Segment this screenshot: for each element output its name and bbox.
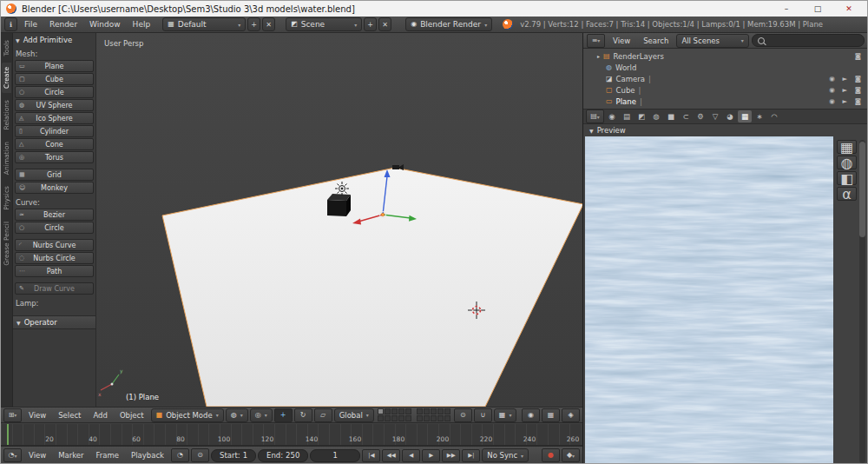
manipulator-translate-button[interactable]: + bbox=[274, 408, 293, 422]
menu-add[interactable]: Add bbox=[88, 411, 112, 420]
properties-scrollbar[interactable] bbox=[859, 140, 865, 463]
render-engine-dropdown[interactable]: ◉ Blender Render ▾ bbox=[405, 17, 492, 31]
add-plane-button[interactable]: ▭Plane bbox=[15, 60, 94, 72]
menu-render[interactable]: Render bbox=[44, 20, 82, 29]
preview-both-button[interactable]: ◧ bbox=[837, 171, 857, 185]
add-curve-circle-button[interactable]: ○Circle bbox=[15, 222, 94, 234]
add-monkey-button[interactable]: ☺Monkey bbox=[15, 182, 94, 194]
current-frame-field[interactable]: 1 bbox=[310, 449, 360, 462]
manipulator-rotate-button[interactable]: ↻ bbox=[294, 408, 312, 422]
shading-dropdown[interactable]: ◍▾ bbox=[226, 408, 248, 422]
operator-panel-header[interactable]: ▼ Operator bbox=[13, 315, 95, 329]
tab-render[interactable]: ◉ bbox=[605, 110, 619, 123]
outliner-search-field[interactable] bbox=[752, 34, 865, 47]
keying-set-button[interactable]: ◆▾ bbox=[562, 448, 580, 462]
tab-modifiers[interactable]: ⚙ bbox=[694, 110, 707, 123]
tab-physics[interactable]: Physics bbox=[2, 182, 11, 215]
add-primitive-panel-header[interactable]: ▼ Add Primitive bbox=[13, 33, 95, 46]
menu-marker[interactable]: Marker bbox=[53, 451, 89, 460]
use-preview-range-button[interactable]: ◔ bbox=[171, 448, 189, 462]
add-grid-button[interactable]: ▦Grid bbox=[15, 169, 94, 181]
selectability-arrow-icon[interactable]: ► bbox=[840, 75, 850, 83]
menu-file[interactable]: File bbox=[19, 20, 43, 29]
menu-help[interactable]: Help bbox=[128, 20, 156, 29]
tab-render-layers[interactable]: ▤ bbox=[620, 110, 634, 123]
snap-toggle-button[interactable]: ∪ bbox=[474, 408, 492, 422]
record-button[interactable]: ● bbox=[542, 448, 560, 462]
visibility-eye-icon[interactable]: ◉ bbox=[827, 97, 837, 105]
outliner-row-camera[interactable]: ◪ Camera | ◉ ► ◙ bbox=[583, 73, 868, 84]
tab-physics[interactable]: ◠ bbox=[767, 110, 781, 123]
add-nurbs-circle-button[interactable]: ◌Nurbs Circle bbox=[15, 252, 94, 264]
add-uv-sphere-button[interactable]: ◍UV Sphere bbox=[15, 99, 94, 111]
tab-relations[interactable]: Relations bbox=[2, 96, 11, 134]
restrict-render-icon[interactable]: ◙ bbox=[853, 52, 863, 60]
menu-frame[interactable]: Frame bbox=[91, 451, 124, 460]
render-options-button[interactable]: ◈ bbox=[562, 408, 580, 422]
restrict-render-icon[interactable]: ◙ bbox=[853, 97, 863, 105]
restrict-render-icon[interactable]: ◙ bbox=[853, 75, 863, 83]
show-alpha-button[interactable]: α bbox=[837, 187, 857, 201]
tab-grease-pencil[interactable]: Grease Pencil bbox=[2, 217, 11, 270]
manipulator-scale-button[interactable]: ▱ bbox=[314, 408, 332, 422]
add-cube-button[interactable]: ▢Cube bbox=[15, 73, 94, 85]
menu-window[interactable]: Window bbox=[84, 20, 126, 29]
tab-tools[interactable]: Tools bbox=[2, 36, 11, 60]
layers-grid-right[interactable] bbox=[417, 408, 450, 421]
opengl-render-anim-button[interactable]: ▦ bbox=[542, 408, 560, 422]
scrollbar-thumb[interactable] bbox=[859, 142, 865, 237]
preview-panel-header[interactable]: ▼ Preview bbox=[583, 124, 868, 136]
add-nurbs-curve-button[interactable]: ◜Nurbs Curve bbox=[15, 239, 94, 251]
display-mode-dropdown[interactable]: All Scenes▾ bbox=[676, 34, 748, 48]
add-bezier-button[interactable]: ≈Bezier bbox=[15, 209, 94, 221]
maximize-button[interactable]: □ bbox=[805, 1, 831, 17]
lock-time-button[interactable]: ⊙ bbox=[191, 448, 209, 462]
current-frame-playhead[interactable] bbox=[7, 424, 9, 445]
preview-material-button[interactable]: ◍ bbox=[837, 156, 857, 169]
menu-playback[interactable]: Playback bbox=[126, 451, 169, 460]
add-cylinder-button[interactable]: ▯Cylinder bbox=[15, 125, 94, 137]
jump-to-start-button[interactable]: |◀ bbox=[362, 449, 380, 462]
tab-object[interactable]: ■ bbox=[664, 110, 678, 123]
plane-object[interactable] bbox=[162, 168, 582, 407]
preview-texture-button[interactable]: ▦ bbox=[837, 140, 857, 154]
jump-to-end-button[interactable]: ▶| bbox=[462, 449, 480, 462]
add-screen-layout-button[interactable]: + bbox=[247, 17, 260, 31]
add-scene-button[interactable]: + bbox=[364, 17, 377, 31]
menu-select[interactable]: Select bbox=[53, 411, 86, 420]
menu-view[interactable]: View bbox=[23, 411, 51, 420]
play-reverse-button[interactable]: ◀ bbox=[402, 449, 420, 462]
lock-to-scene-button[interactable]: ⊙ bbox=[454, 408, 472, 422]
close-button[interactable]: ✕ bbox=[836, 1, 862, 17]
add-circle-button[interactable]: ○Circle bbox=[15, 86, 94, 98]
menu-object[interactable]: Object bbox=[115, 411, 149, 420]
add-path-button[interactable]: ⋯Path bbox=[15, 265, 94, 277]
delete-screen-layout-button[interactable]: ✕ bbox=[262, 17, 275, 31]
add-torus-button[interactable]: ◎Torus bbox=[15, 151, 94, 163]
tab-create[interactable]: Create bbox=[2, 63, 11, 93]
properties-editor-type-button[interactable]: ▤▾ bbox=[586, 109, 604, 123]
tab-animation[interactable]: Animation bbox=[2, 137, 11, 179]
tab-object-data[interactable]: ▽ bbox=[708, 110, 722, 123]
menu-view[interactable]: View bbox=[23, 451, 51, 460]
timeline-editor-type-button[interactable]: ◔▾ bbox=[3, 448, 22, 462]
tab-constraints[interactable]: ⊂ bbox=[679, 110, 693, 123]
tab-material[interactable]: ◕ bbox=[723, 110, 737, 123]
visibility-eye-icon[interactable]: ◉ bbox=[827, 86, 837, 94]
outliner-row-plane[interactable]: ▭ Plane | ◉ ► ◙ bbox=[583, 96, 868, 107]
menu-search[interactable]: Search bbox=[638, 36, 674, 45]
info-editor-icon[interactable]: ℹ bbox=[4, 17, 17, 31]
frame-start-field[interactable]: Start: 1 bbox=[211, 449, 256, 462]
cube-object[interactable] bbox=[327, 194, 351, 216]
tab-scene[interactable]: ◩ bbox=[635, 110, 648, 123]
search-input[interactable] bbox=[768, 36, 858, 46]
camera-object[interactable] bbox=[392, 164, 404, 170]
draw-curve-button[interactable]: ✎Draw Curve bbox=[15, 282, 94, 295]
restrict-render-icon[interactable]: ◙ bbox=[853, 86, 863, 94]
orientation-dropdown[interactable]: Global▾ bbox=[334, 408, 374, 422]
next-keyframe-button[interactable]: ▶▶ bbox=[442, 449, 460, 462]
tab-particles[interactable]: ∗ bbox=[753, 110, 766, 123]
snap-target-dropdown[interactable]: ▦▾ bbox=[494, 408, 517, 422]
outliner-row-cube[interactable]: ▢ Cube | ◉ ► ◙ bbox=[583, 84, 868, 96]
sync-dropdown[interactable]: No Sync▾ bbox=[482, 448, 529, 462]
